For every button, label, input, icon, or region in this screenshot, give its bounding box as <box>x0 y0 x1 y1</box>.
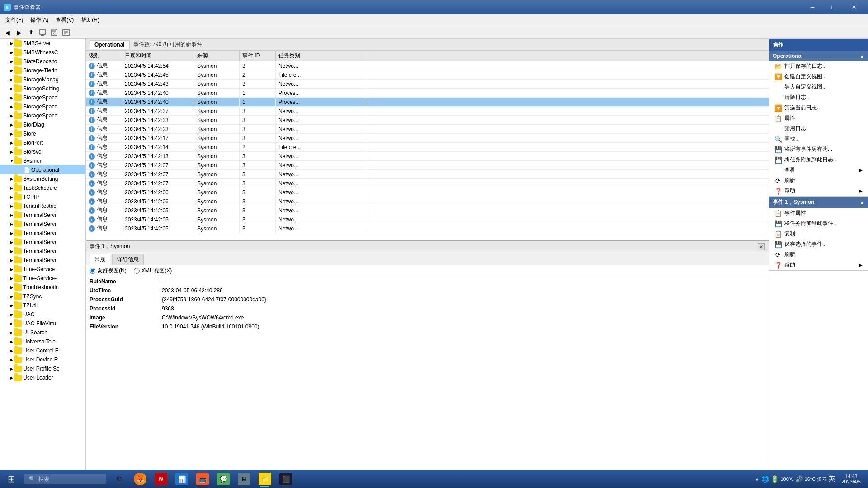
operational-tab[interactable]: Operational <box>90 40 130 49</box>
actions-item[interactable]: 💾 将任务附加到此事件... <box>769 218 868 229</box>
col-header-source[interactable]: 来源 <box>194 51 240 61</box>
table-row[interactable]: i 信息 2023/4/5 14:42:05 Sysmon 3 Netwo... <box>86 215 769 224</box>
table-row[interactable]: i 信息 2023/4/5 14:42:54 Sysmon 3 Netwo... <box>86 61 769 70</box>
system-clock[interactable]: 14:43 2023/4/5 <box>838 474 864 484</box>
forward-button[interactable]: ▶ <box>14 28 24 38</box>
actions-item[interactable]: 🔽 创建自定义视图... <box>769 71 868 82</box>
sidebar-item-22[interactable]: ▶TerminalServi <box>0 238 85 247</box>
tray-expand-button[interactable]: ∧ <box>755 477 759 482</box>
table-row[interactable]: i 信息 2023/4/5 14:42:33 Sysmon 3 Netwo... <box>86 116 769 125</box>
sidebar-item-7[interactable]: ▶StorageSpace <box>0 102 85 111</box>
detail-close-button[interactable]: ✕ <box>758 243 765 250</box>
taskbar-app-explorer[interactable]: 📁 <box>255 470 275 488</box>
taskbar-app-6[interactable]: 🖥 <box>234 470 254 488</box>
taskview-button[interactable]: ⧉ <box>109 470 129 488</box>
sidebar-item-12[interactable]: ▶Storsvc <box>0 147 85 156</box>
actions-item[interactable]: 清除日志... <box>769 92 868 103</box>
sidebar-item-26[interactable]: ▶Time-Service- <box>0 274 85 283</box>
sidebar-item-32[interactable]: ▶UI-Search <box>0 328 85 337</box>
table-row[interactable]: i 信息 2023/4/5 14:42:14 Sysmon 2 File cre… <box>86 143 769 152</box>
sidebar-item-27[interactable]: ▶Troubleshootin <box>0 283 85 292</box>
table-row[interactable]: i 信息 2023/4/5 14:42:06 Sysmon 3 Netwo... <box>86 188 769 197</box>
sidebar-item-4[interactable]: ▶StorageManag <box>0 75 85 84</box>
table-row[interactable]: i 信息 2023/4/5 14:42:40 Sysmon 1 Proces..… <box>86 89 769 98</box>
event-toggle[interactable]: ▲ <box>860 200 864 205</box>
search-input[interactable] <box>38 476 102 482</box>
save-log-button[interactable] <box>49 28 60 38</box>
taskbar-search[interactable]: 🔍 <box>24 474 106 484</box>
taskbar-app-4[interactable]: 📺 <box>193 470 212 488</box>
taskbar-app-3[interactable]: 📊 <box>172 470 192 488</box>
sidebar-item-30[interactable]: ▶UAC <box>0 310 85 319</box>
operational-toggle[interactable]: ▲ <box>860 54 864 59</box>
table-row[interactable]: i 信息 2023/4/5 14:42:17 Sysmon 3 Netwo... <box>86 134 769 143</box>
table-row[interactable]: i 信息 2023/4/5 14:42:45 Sysmon 2 File cre… <box>86 70 769 80</box>
table-row[interactable]: i 信息 2023/4/5 14:42:37 Sysmon 3 Netwo... <box>86 107 769 116</box>
sidebar-item-23[interactable]: ▶TerminalServi <box>0 247 85 256</box>
actions-item[interactable]: ❓ 帮助 ▶ <box>769 186 868 196</box>
table-row[interactable]: i 信息 2023/4/5 14:42:05 Sysmon 3 Netwo... <box>86 206 769 215</box>
actions-item[interactable]: 查看 ▶ <box>769 165 868 175</box>
table-row[interactable]: i 信息 2023/4/5 14:42:06 Sysmon 3 Netwo... <box>86 197 769 206</box>
col-header-eventid[interactable]: 事件 ID <box>240 51 276 61</box>
sidebar-item-17[interactable]: ▶TCPIP <box>0 192 85 202</box>
sidebar-item-24[interactable]: ▶TerminalServi <box>0 256 85 265</box>
sidebar-item-14[interactable]: 📄Operational <box>0 165 85 174</box>
network-icon[interactable]: 🌐 <box>761 475 769 483</box>
show-scope-button[interactable] <box>37 28 48 38</box>
actions-item[interactable]: 📋 事件属性 <box>769 208 868 218</box>
actions-item[interactable]: ⟳ 刷新 <box>769 249 868 260</box>
close-button[interactable]: ✕ <box>844 0 864 14</box>
sidebar-item-18[interactable]: ▶TenantRestric <box>0 202 85 211</box>
table-row[interactable]: i 信息 2023/4/5 14:42:23 Sysmon 3 Netwo... <box>86 125 769 134</box>
language-icon[interactable]: 英 <box>829 475 835 483</box>
actions-item[interactable]: 📂 打开保存的日志... <box>769 61 868 71</box>
volume-icon[interactable]: 🔊 <box>795 475 803 483</box>
sidebar-item-0[interactable]: ▶SMBServer <box>0 39 85 48</box>
friendly-view-radio[interactable]: 友好视图(N) <box>90 267 127 275</box>
actions-item[interactable]: 🔍 查找... <box>769 134 868 144</box>
sidebar-item-8[interactable]: ▶StorageSpace <box>0 111 85 120</box>
sidebar-item-33[interactable]: ▶UniversalTele <box>0 337 85 346</box>
menu-help[interactable]: 帮助(H) <box>77 15 103 25</box>
taskbar-app-5[interactable]: 💬 <box>213 470 233 488</box>
menu-file[interactable]: 文件(F) <box>2 15 27 25</box>
sidebar-item-28[interactable]: ▶TZSync <box>0 292 85 301</box>
sidebar-item-15[interactable]: ▶SystemSetting <box>0 174 85 183</box>
xml-view-radio[interactable]: XML 视图(X) <box>134 267 172 275</box>
sidebar-item-6[interactable]: ▶StorageSpace <box>0 93 85 102</box>
menu-actions[interactable]: 操作(A) <box>27 15 52 25</box>
actions-item[interactable]: 🔽 筛选当前日志... <box>769 103 868 113</box>
actions-item[interactable]: 💾 将所有事件另存为... <box>769 144 868 155</box>
taskbar-app-firefox[interactable]: 🦊 <box>130 470 150 488</box>
actions-item[interactable]: 💾 将任务附加到此日志... <box>769 155 868 165</box>
actions-item[interactable]: 📋 复制 <box>769 229 868 239</box>
sidebar-item-20[interactable]: ▶TerminalServi <box>0 220 85 229</box>
sidebar-item-9[interactable]: ▶StorDiag <box>0 120 85 129</box>
actions-item[interactable]: 导入自定义视图... <box>769 82 868 92</box>
tab-details[interactable]: 详细信息 <box>112 254 144 265</box>
col-header-datetime[interactable]: 日期和时间 <box>122 51 194 61</box>
sidebar-item-36[interactable]: ▶User Profile Se <box>0 364 85 373</box>
up-button[interactable]: ⬆ <box>25 28 36 38</box>
actions-item[interactable]: 📋 属性 <box>769 113 868 123</box>
taskbar-app-wps[interactable]: W <box>151 470 171 488</box>
sidebar-item-34[interactable]: ▶User Control F <box>0 346 85 355</box>
battery-icon[interactable]: 🔋 <box>771 475 778 483</box>
sidebar-item-11[interactable]: ▶StorPort <box>0 138 85 147</box>
taskbar-app-terminal[interactable]: ⬛ <box>276 470 296 488</box>
table-row[interactable]: i 信息 2023/4/5 14:42:05 Sysmon 3 Netwo... <box>86 224 769 233</box>
col-header-task[interactable]: 任务类别 <box>276 51 366 61</box>
back-button[interactable]: ◀ <box>2 28 13 38</box>
actions-item[interactable]: 禁用日志 <box>769 123 868 134</box>
sidebar-item-3[interactable]: ▶Storage-Tierin <box>0 66 85 75</box>
sidebar-item-1[interactable]: ▶SMBWitnessC <box>0 48 85 57</box>
maximize-button[interactable]: □ <box>823 0 844 14</box>
properties-button[interactable] <box>61 28 71 38</box>
actions-item[interactable]: ⟳ 刷新 <box>769 175 868 186</box>
sidebar-item-25[interactable]: ▶Time-Service <box>0 265 85 274</box>
start-button[interactable]: ⊞ <box>0 470 23 488</box>
minimize-button[interactable]: ─ <box>802 0 823 14</box>
table-row[interactable]: i 信息 2023/4/5 14:42:43 Sysmon 3 Netwo... <box>86 80 769 89</box>
sidebar-item-13[interactable]: ▼Sysmon <box>0 156 85 165</box>
